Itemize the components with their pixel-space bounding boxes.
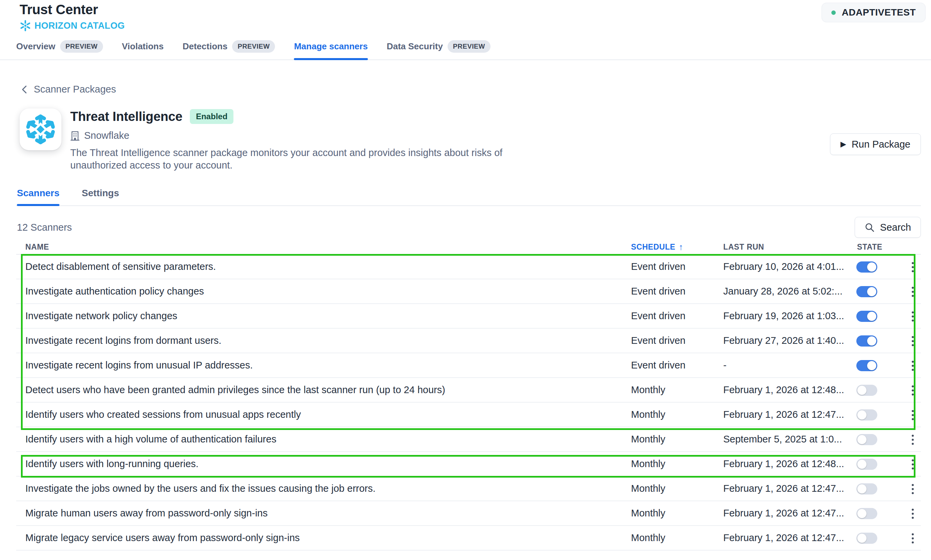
state-toggle[interactable] — [856, 409, 877, 420]
table-row[interactable]: Detect disablement of sensitive paramete… — [16, 255, 921, 279]
column-header-name[interactable]: NAME — [25, 240, 49, 254]
last-run-cell: January 28, 2026 at 5:02:... — [723, 279, 842, 303]
page-title: Trust Center — [20, 2, 931, 17]
scanner-name-cell: Investigate recent logins from unusual I… — [25, 353, 253, 377]
trust-center-page: Trust Center HORIZON CATALOG A — [0, 0, 931, 560]
row-menu-button[interactable] — [905, 432, 921, 448]
table-body: Detect disablement of sensitive paramete… — [16, 255, 921, 551]
last-run-cell: February 1, 2026 at 12:47... — [723, 501, 844, 525]
table-row[interactable]: Investigate network policy changes Event… — [16, 304, 921, 329]
breadcrumb-label: Scanner Packages — [34, 84, 116, 95]
schedule-cell: Event driven — [631, 255, 685, 278]
table-row[interactable]: Investigate recent logins from unusual I… — [16, 353, 921, 378]
schedule-cell: Event driven — [631, 329, 685, 352]
last-run-cell: February 27, 2026 at 1:40... — [723, 329, 844, 352]
state-toggle[interactable] — [856, 286, 877, 297]
row-menu-button[interactable] — [905, 481, 921, 497]
package-header: Threat Intelligence Enabled — [20, 108, 921, 172]
account-name: ADAPTIVETEST — [842, 7, 916, 18]
building-icon — [70, 131, 80, 141]
row-menu-button[interactable] — [905, 308, 921, 325]
row-menu-button[interactable] — [905, 506, 921, 522]
scanner-count: 12 Scanners — [16, 222, 72, 233]
schedule-cell: Monthly — [631, 477, 665, 500]
sub-tab-scanners[interactable]: Scanners — [17, 188, 60, 205]
run-package-label: Run Package — [852, 139, 910, 150]
row-menu-button[interactable] — [905, 407, 921, 423]
header: Trust Center HORIZON CATALOG A — [0, 0, 931, 60]
run-package-button[interactable]: ▶ Run Package — [830, 134, 921, 155]
scanners-table: NAME SCHEDULE ↑ LAST RUN STATE Detect di… — [16, 240, 921, 551]
sub-tab-settings[interactable]: Settings — [82, 188, 119, 205]
state-toggle[interactable] — [856, 360, 877, 371]
table-row[interactable]: Identify users with long-running queries… — [16, 452, 921, 477]
search-button[interactable]: Search — [855, 217, 921, 238]
tab-label: Manage scanners — [294, 41, 368, 52]
state-toggle[interactable] — [856, 335, 877, 346]
row-menu-button[interactable] — [905, 333, 921, 349]
row-menu-button[interactable] — [905, 358, 921, 374]
state-toggle[interactable] — [856, 508, 877, 519]
tab-label: Data Security — [387, 41, 443, 52]
column-header-schedule[interactable]: SCHEDULE ↑ — [631, 240, 683, 254]
scanner-name-cell: Investigate the jobs owned by the users … — [25, 477, 375, 500]
breadcrumb-scanner-packages[interactable]: Scanner Packages — [20, 84, 116, 95]
last-run-cell: February 1, 2026 at 12:47... — [723, 477, 844, 500]
last-run-cell: February 1, 2026 at 12:47... — [723, 526, 844, 550]
table-row[interactable]: Detect users who have been granted admin… — [16, 378, 921, 403]
main-tab-data-security[interactable]: Data Security PREVIEW — [387, 40, 491, 60]
scanner-name-cell: Detect disablement of sensitive paramete… — [25, 255, 216, 278]
row-menu-button[interactable] — [905, 456, 921, 472]
state-toggle[interactable] — [856, 434, 877, 445]
table-header-row: NAME SCHEDULE ↑ LAST RUN STATE — [16, 240, 921, 255]
last-run-cell: February 10, 2026 at 4:01... — [723, 255, 844, 278]
play-icon: ▶ — [840, 140, 846, 149]
state-toggle[interactable] — [856, 262, 877, 272]
column-header-state[interactable]: STATE — [857, 240, 882, 254]
scanner-name-cell: Migrate legacy service users away from p… — [25, 526, 300, 550]
account-badge[interactable]: ADAPTIVETEST — [822, 3, 926, 22]
last-run-cell: - — [723, 353, 726, 377]
schedule-cell: Monthly — [631, 427, 665, 451]
row-menu-button[interactable] — [905, 284, 921, 300]
table-row[interactable]: Migrate human users away from password-o… — [16, 501, 921, 526]
row-menu-button[interactable] — [905, 259, 921, 275]
state-toggle[interactable] — [856, 385, 877, 396]
table-row[interactable]: Investigate the jobs owned by the users … — [16, 477, 921, 501]
scanner-name-cell: Migrate human users away from password-o… — [25, 501, 268, 525]
table-row[interactable]: Investigate authentication policy change… — [16, 279, 921, 304]
table-row[interactable]: Migrate legacy service users away from p… — [16, 526, 921, 551]
table-row[interactable]: Investigate recent logins from dormant u… — [16, 329, 921, 353]
state-toggle[interactable] — [856, 483, 877, 494]
horizon-catalog-brand: HORIZON CATALOG — [20, 20, 931, 31]
state-toggle[interactable] — [856, 533, 877, 544]
row-menu-button[interactable] — [905, 530, 921, 546]
sub-tab-bar: ScannersSettings — [16, 188, 921, 206]
schedule-cell: Event driven — [631, 353, 685, 377]
scanner-name-cell: Detect users who have been granted admin… — [25, 378, 445, 402]
scanner-name-cell: Identify users with long-running queries… — [25, 452, 199, 476]
last-run-cell: February 19, 2026 at 1:03... — [723, 304, 844, 328]
row-menu-button[interactable] — [905, 382, 921, 398]
schedule-cell: Monthly — [631, 403, 665, 426]
package-title: Threat Intelligence — [70, 109, 182, 124]
state-toggle[interactable] — [856, 311, 877, 322]
chevron-left-icon — [20, 84, 29, 95]
main-tab-overview[interactable]: Overview PREVIEW — [16, 40, 103, 60]
table-row[interactable]: Identify users who created sessions from… — [16, 403, 921, 427]
column-header-last-run[interactable]: LAST RUN — [723, 240, 764, 254]
tab-label: Detections — [182, 41, 227, 52]
search-icon — [865, 222, 875, 232]
status-dot-icon — [831, 11, 836, 15]
preview-badge: PREVIEW — [60, 40, 103, 53]
schedule-cell: Monthly — [631, 501, 665, 525]
main-tab-bar: Overview PREVIEW Violations Detections P… — [0, 40, 931, 60]
main-content: Scanner Packages — [0, 84, 931, 551]
main-tab-detections[interactable]: Detections PREVIEW — [182, 40, 275, 60]
last-run-cell: February 1, 2026 at 12:47... — [723, 403, 844, 426]
sort-ascending-icon: ↑ — [679, 242, 683, 252]
main-tab-violations[interactable]: Violations — [122, 40, 164, 60]
table-row[interactable]: Identify users with a high volume of aut… — [16, 427, 921, 452]
state-toggle[interactable] — [856, 458, 877, 470]
main-tab-manage-scanners[interactable]: Manage scanners — [294, 40, 368, 60]
